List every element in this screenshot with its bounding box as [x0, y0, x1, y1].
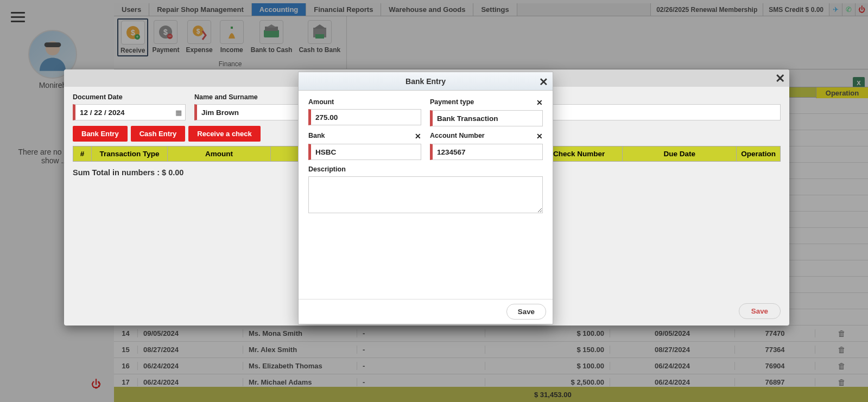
bank-entry-button[interactable]: Bank Entry	[73, 126, 128, 142]
close-icon[interactable]: ✕	[539, 75, 548, 88]
amount-label: Amount	[308, 98, 421, 106]
outer-save-button[interactable]: Save	[739, 303, 781, 319]
clear-ptype-icon[interactable]: ✕	[536, 98, 543, 107]
doc-date-input[interactable]	[80, 109, 181, 117]
inner-save-button[interactable]: Save	[506, 304, 546, 320]
desc-label: Description	[308, 165, 543, 173]
th-num: #	[73, 146, 92, 162]
cash-entry-button[interactable]: Cash Entry	[131, 126, 186, 142]
calendar-icon[interactable]: ▦	[175, 109, 182, 117]
acct-input[interactable]	[437, 148, 538, 156]
bank-entry-titlebar: Bank Entry ✕	[299, 72, 553, 91]
desc-textarea[interactable]	[308, 176, 543, 213]
doc-date-label: Document Date	[73, 93, 186, 101]
th-operation: Operation	[737, 146, 781, 162]
doc-date-input-wrap[interactable]: ▦	[73, 104, 186, 120]
payment-type-input[interactable]	[437, 114, 538, 123]
bank-entry-title: Bank Entry	[406, 77, 446, 86]
receive-check-button[interactable]: Receive a check	[188, 126, 260, 142]
th-due: Due Date	[623, 146, 737, 162]
close-icon[interactable]: ✕	[775, 72, 785, 86]
th-type: Transaction Type	[92, 146, 168, 162]
bank-entry-modal: Bank Entry ✕ Amount Payment type ✕	[298, 72, 553, 324]
clear-bank-icon[interactable]: ✕	[415, 132, 421, 141]
payment-type-label: Payment type ✕	[430, 98, 543, 107]
amount-input[interactable]	[315, 113, 416, 122]
clear-acct-icon[interactable]: ✕	[536, 132, 543, 141]
bank-input[interactable]	[315, 148, 416, 156]
bank-label: Bank ✕	[308, 132, 421, 141]
th-amount: Amount	[168, 146, 271, 162]
acct-label: Account Number ✕	[430, 132, 543, 141]
